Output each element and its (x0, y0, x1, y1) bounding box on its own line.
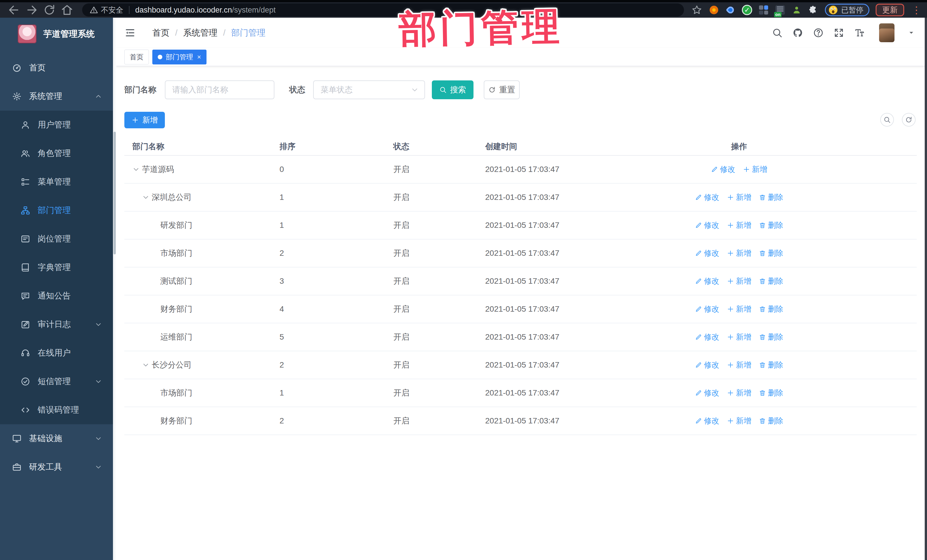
delete-action-link[interactable]: 删除 (759, 416, 783, 426)
orange-gear-extension-icon[interactable] (708, 5, 719, 15)
green-person-extension-icon[interactable] (791, 5, 802, 15)
delete-action-link[interactable]: 删除 (759, 332, 783, 342)
github-icon[interactable] (792, 27, 803, 38)
breadcrumb-item-系统管理[interactable]: 系统管理 (183, 27, 217, 39)
sidebar-item-研发工具[interactable]: 研发工具 (0, 453, 113, 481)
status-select[interactable]: 菜单状态 (313, 80, 425, 99)
plus-icon (727, 249, 734, 257)
add-action-link[interactable]: 新增 (727, 304, 751, 314)
sidebar-item-角色管理[interactable]: 角色管理 (0, 139, 113, 168)
tag-部门管理[interactable]: 部门管理× (152, 50, 207, 64)
sidebar-item-用户管理[interactable]: 用户管理 (0, 111, 113, 139)
sidebar-item-审计日志[interactable]: 审计日志 (0, 310, 113, 339)
refresh-table-icon (905, 116, 912, 123)
headset-icon (21, 348, 30, 358)
table-row: 深圳总公司1开启2021-01-05 17:03:47修改新增删除 (125, 184, 917, 212)
sidebar-scrollbar-thumb[interactable] (114, 132, 116, 254)
sidebar-item-在线用户[interactable]: 在线用户 (0, 339, 113, 367)
reload-icon (43, 3, 56, 17)
add-action-link[interactable]: 新增 (727, 388, 751, 398)
profile-paused-pill[interactable]: 已暂停 (825, 4, 869, 16)
sidebar-item-label: 错误码管理 (38, 404, 79, 416)
sidebar-item-短信管理[interactable]: 短信管理 (0, 367, 113, 396)
bookmark-star-icon[interactable] (691, 5, 702, 15)
address-bar[interactable]: 不安全 dashboard.yudao.iocoder.cn/system/de… (82, 3, 684, 17)
sidebar-item-通知公告[interactable]: 通知公告 (0, 282, 113, 310)
edit-action-link[interactable]: 修改 (695, 416, 719, 426)
expand-caret-icon[interactable] (142, 194, 149, 201)
sidebar-item-基础设施[interactable]: 基础设施 (0, 424, 113, 453)
status-cell: 开启 (388, 164, 479, 175)
browser-update-button[interactable]: 更新 (876, 4, 904, 16)
edit-action-link[interactable]: 修改 (695, 248, 719, 258)
sidebar-item-系统管理[interactable]: 系统管理 (0, 82, 113, 111)
dept-name-input[interactable] (165, 80, 274, 99)
browser-home-button[interactable] (61, 3, 74, 17)
page-scrollbar[interactable] (925, 18, 927, 560)
delete-action-link[interactable]: 删除 (759, 220, 783, 231)
fullscreen-icon[interactable] (833, 27, 844, 38)
delete-action-link[interactable]: 删除 (759, 192, 783, 202)
status-cell: 开启 (388, 416, 479, 426)
edit-action-link[interactable]: 修改 (711, 164, 736, 175)
sidebar-scrollbar[interactable] (113, 18, 116, 560)
edit-action-link[interactable]: 修改 (695, 276, 719, 286)
chevron-up-icon (95, 93, 102, 100)
help-docs-icon[interactable] (813, 27, 824, 38)
status-cell: 开启 (388, 304, 479, 314)
delete-action-link[interactable]: 删除 (759, 248, 783, 258)
add-action-link[interactable]: 新增 (727, 360, 751, 370)
toggle-search-button[interactable] (880, 113, 894, 127)
add-action-link[interactable]: 新增 (743, 164, 767, 175)
blue-pin-extension-icon[interactable] (725, 5, 736, 15)
search-button[interactable]: 搜索 (432, 80, 474, 99)
add-action-link[interactable]: 新增 (727, 276, 751, 286)
breadcrumb-item-首页[interactable]: 首页 (152, 27, 169, 39)
app-logo-row[interactable]: 芋道管理系统 (0, 18, 113, 49)
user-avatar[interactable] (879, 23, 895, 42)
add-dept-button[interactable]: 新增 (125, 112, 165, 128)
grid-extension-icon[interactable] (758, 5, 769, 15)
refresh-table-button[interactable] (902, 113, 916, 127)
edit-action-link[interactable]: 修改 (695, 192, 719, 202)
sidebar-item-菜单管理[interactable]: 菜单管理 (0, 168, 113, 196)
tag-首页[interactable]: 首页 (125, 50, 149, 64)
browser-reload-button[interactable] (43, 3, 56, 17)
delete-action-link[interactable]: 删除 (759, 276, 783, 286)
tag-close-icon[interactable]: × (197, 53, 201, 61)
edit-action-link[interactable]: 修改 (695, 304, 719, 314)
delete-action-link[interactable]: 删除 (759, 388, 783, 398)
add-action-link[interactable]: 新增 (727, 192, 751, 202)
sidebar-item-字典管理[interactable]: 字典管理 (0, 253, 113, 282)
search-icon[interactable] (772, 27, 783, 38)
sidebar-item-部门管理[interactable]: 部门管理 (0, 196, 113, 225)
sidebar-item-岗位管理[interactable]: 岗位管理 (0, 225, 113, 253)
delete-action-link[interactable]: 删除 (759, 304, 783, 314)
add-action-link[interactable]: 新增 (727, 220, 751, 231)
table-row: 研发部门1开启2021-01-05 17:03:47修改新增删除 (125, 212, 917, 240)
delete-action-link[interactable]: 删除 (759, 360, 783, 370)
green-check-extension-icon[interactable]: ✓ (742, 5, 752, 15)
edit-action-link[interactable]: 修改 (695, 220, 719, 231)
edit-action-link[interactable]: 修改 (695, 332, 719, 342)
browser-back-button[interactable] (8, 3, 21, 17)
expand-caret-icon[interactable] (142, 361, 149, 369)
edit-action-link[interactable]: 修改 (695, 388, 719, 398)
pencil-icon (695, 194, 702, 201)
browser-forward-button[interactable] (25, 3, 38, 17)
puzzle-extension-icon[interactable] (808, 5, 819, 15)
expand-caret-icon[interactable] (132, 165, 140, 173)
sidebar-item-首页[interactable]: 首页 (0, 54, 113, 82)
column-header-排序: 排序 (275, 141, 388, 152)
reset-button[interactable]: 重置 (484, 80, 520, 99)
list-on-extension-icon[interactable]: on (775, 5, 786, 15)
user-menu-caret-icon[interactable] (908, 30, 915, 36)
edit-action-link[interactable]: 修改 (695, 360, 719, 370)
font-size-icon[interactable] (854, 27, 865, 38)
add-action-link[interactable]: 新增 (727, 416, 751, 426)
add-action-link[interactable]: 新增 (727, 332, 751, 342)
sidebar-item-错误码管理[interactable]: 错误码管理 (0, 396, 113, 424)
add-action-link[interactable]: 新增 (727, 248, 751, 258)
collapse-sidebar-button[interactable] (125, 27, 136, 38)
content: 部门名称 状态 菜单状态 搜索 重置 新增 (113, 80, 925, 435)
